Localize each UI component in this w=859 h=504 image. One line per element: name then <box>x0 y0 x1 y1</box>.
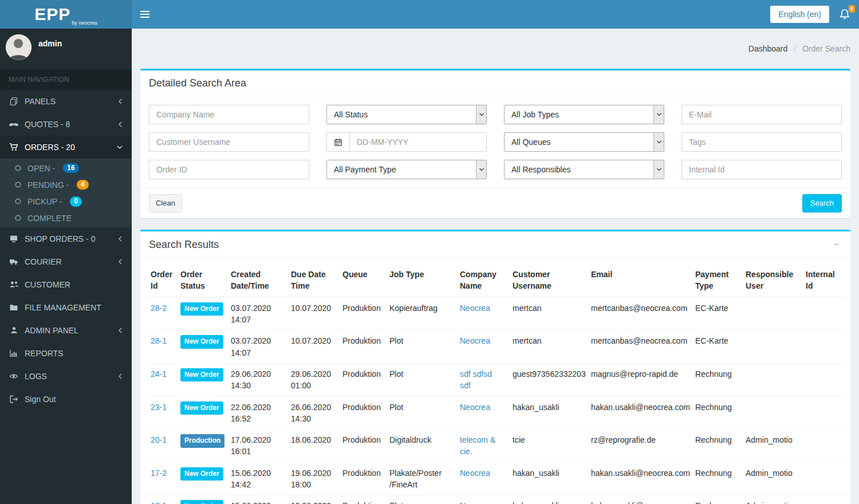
company-link[interactable]: Neocrea <box>460 403 490 412</box>
cell-responsible: Admin_motio <box>741 430 801 463</box>
sidebar-item-orders[interactable]: ORDERS - 20 <box>0 136 132 159</box>
sidebar-item-logs[interactable]: LOGS <box>0 365 132 388</box>
cell-payment: EC-Karte <box>691 330 741 364</box>
cell-order-id: 17-1 <box>146 495 176 504</box>
col-internal: Internal Id <box>801 264 845 297</box>
cell-queue: Produktion <box>338 363 385 396</box>
cell-created: 29.06.202014:30 <box>226 363 286 396</box>
sidebar-item-panels[interactable]: PANELS <box>0 90 132 113</box>
order-id-link[interactable]: 23-1 <box>151 403 167 412</box>
cell-due: 26.06.202014:30 <box>286 396 338 430</box>
sidebar-item-courier[interactable]: COURIER <box>0 250 132 273</box>
cell-responsible: Admin_motio <box>741 495 801 504</box>
chevron-left-icon <box>117 98 123 105</box>
clean-button[interactable]: Clean <box>149 194 182 212</box>
order-id-link[interactable]: 17-2 <box>151 468 167 478</box>
customer-username-input[interactable] <box>149 132 309 152</box>
created-date: 15.06.2020 <box>231 500 282 504</box>
sidebar-item-reports[interactable]: REPORTS <box>0 342 132 365</box>
col-order-id: Order Id <box>146 264 176 297</box>
cell-company: Neocrea <box>455 462 508 495</box>
sidebar-item-customer[interactable]: CUSTOMER <box>0 273 132 296</box>
cell-order-id: 17-2 <box>146 462 176 495</box>
job-types-select[interactable]: All Job Types <box>504 105 664 124</box>
cell-created: 15.06.202014:42 <box>226 462 286 495</box>
pending-count-badge: 4 <box>77 180 89 190</box>
responsibles-select[interactable]: All Responsibles <box>504 160 664 179</box>
cell-email: hakan.usakli@neocrea.com <box>586 396 691 430</box>
bar-chart-icon <box>9 349 19 358</box>
cell-created: 03.07.202014:07 <box>226 297 286 330</box>
cell-job-type: Plot <box>385 495 455 504</box>
order-id-link[interactable]: 20-1 <box>151 435 167 444</box>
sidebar-item-pickup[interactable]: PICKUP - 0 <box>0 193 132 210</box>
cell-queue: Produktion <box>338 396 385 430</box>
order-status-badge: New Order <box>180 368 223 381</box>
sidebar-item-admin-panel[interactable]: ADMIN PANEL <box>0 319 132 342</box>
col-created: Created Date/Time <box>226 264 286 297</box>
cell-job-type: Kopierauftrag <box>385 297 455 330</box>
sidebar-item-pending[interactable]: PENDING - 4 <box>0 176 132 193</box>
company-link[interactable]: Neocrea <box>460 468 490 478</box>
tags-input[interactable] <box>681 132 842 152</box>
due-date-input[interactable] <box>349 132 487 152</box>
created-time: 16:52 <box>231 413 282 424</box>
notifications-button[interactable]: 0 <box>838 8 851 21</box>
brand-subtitle: by neocrea <box>72 20 97 29</box>
company-link[interactable]: Neocrea <box>460 501 490 504</box>
company-link[interactable]: sdf sdfsd sdf <box>460 369 492 390</box>
status-select[interactable]: All Status <box>326 105 487 124</box>
app-logo[interactable]: EPP by neocrea <box>0 0 132 29</box>
cell-payment: Rechnung <box>691 363 741 396</box>
cell-company: sdf sdfsd sdf <box>455 363 508 396</box>
sidebar-item-quotes[interactable]: QUOTES - 8 <box>0 113 132 136</box>
company-name-input[interactable] <box>149 105 309 124</box>
cell-email: hakan.usakli@neocrea.com <box>586 462 691 495</box>
email-input[interactable] <box>681 105 842 124</box>
cell-created: 15.06.2020 <box>226 495 286 504</box>
detailed-search-panel: Detailed Search Area All Status All Job … <box>140 69 850 218</box>
order-id-link[interactable]: 28-1 <box>151 336 167 345</box>
chevron-down-icon <box>476 105 486 124</box>
col-queue: Queue <box>338 264 385 297</box>
table-row: 17-1New Order15.06.202019.06.2020Produkt… <box>146 495 845 504</box>
cell-order-status: Production <box>176 430 226 463</box>
order-status-badge: New Order <box>180 500 223 504</box>
company-link[interactable]: Neocrea <box>460 336 490 345</box>
sidebar-item-complete[interactable]: COMPLETE <box>0 210 132 226</box>
cell-queue: Produktion <box>338 330 385 364</box>
order-id-link[interactable]: 28-2 <box>151 304 167 313</box>
order-id-link[interactable]: 17-1 <box>151 501 167 504</box>
due-time: 01:00 <box>291 380 333 391</box>
cell-email: magnus@repro-rapid.de <box>586 363 691 396</box>
order-status-badge: New Order <box>180 302 223 316</box>
sidebar-item-sign-out[interactable]: Sign Out <box>0 388 132 411</box>
breadcrumb-dashboard-link[interactable]: Dashboard <box>748 44 788 53</box>
top-navbar: EPP by neocrea English (en) 0 <box>0 0 859 29</box>
queues-select[interactable]: All Queues <box>504 132 664 152</box>
created-time: 14:07 <box>231 347 282 359</box>
cell-customer: tcie <box>508 430 586 463</box>
company-link[interactable]: telecom & cie. <box>460 435 495 456</box>
collapse-button[interactable]: − <box>831 239 842 250</box>
sidebar-item-file-management[interactable]: FILE MANAGEMENT <box>0 296 132 319</box>
sidebar-item-shop-orders[interactable]: SHOP ORDERS - 0 <box>0 227 132 250</box>
nav-section-header: MAIN NAVIGATION <box>0 69 132 90</box>
created-time: 14:30 <box>231 380 282 391</box>
payment-type-select[interactable]: All Payment Type <box>326 160 487 179</box>
internal-id-input[interactable] <box>681 160 842 179</box>
due-date: 19.06.2020 <box>291 500 333 504</box>
cell-order-status: New Order <box>176 363 226 396</box>
calendar-icon[interactable] <box>326 132 349 152</box>
order-id-input[interactable] <box>149 160 309 179</box>
avatar[interactable] <box>6 34 31 60</box>
cell-queue: Produktion <box>338 297 385 330</box>
language-button[interactable]: English (en) <box>770 6 829 23</box>
chevron-left-icon <box>117 235 123 242</box>
sidebar-toggle-icon[interactable] <box>132 0 158 29</box>
sidebar-item-open[interactable]: OPEN - 16 <box>0 160 132 176</box>
company-link[interactable]: Neocrea <box>460 304 490 313</box>
order-id-link[interactable]: 24-1 <box>151 369 167 379</box>
search-button[interactable]: Search <box>802 194 842 212</box>
cell-payment: EC-Karte <box>691 297 741 330</box>
